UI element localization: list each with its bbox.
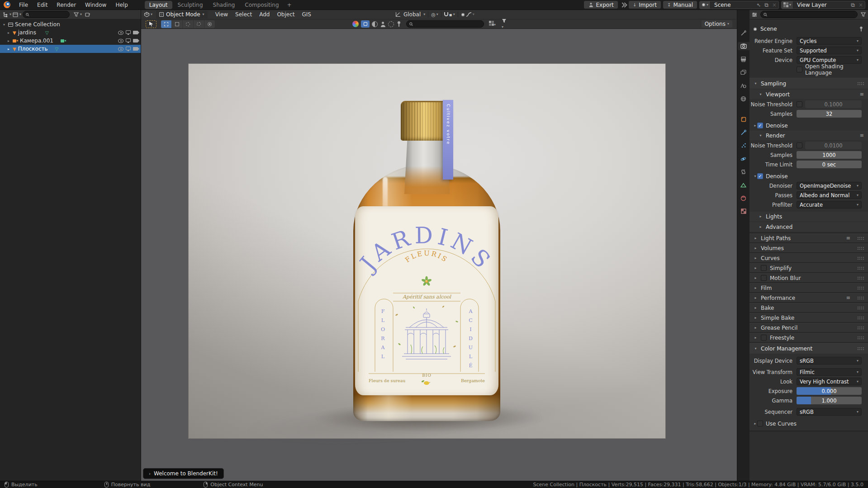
hide-eye-toggle[interactable] [118, 47, 123, 51]
render-denoise-checkbox[interactable] [757, 173, 763, 179]
cursor-3d-tool[interactable] [204, 20, 215, 28]
section-film[interactable]: ▸Film [749, 283, 868, 293]
device-dropdown[interactable]: GPU Compute▾ [797, 56, 862, 64]
disable-render-toggle[interactable] [133, 47, 138, 51]
motion-blur-checkbox[interactable] [761, 275, 767, 281]
tab-material[interactable] [738, 194, 749, 202]
section-freestyle[interactable]: ▸Freestyle [749, 333, 868, 343]
preset-icon[interactable]: ≡ [860, 133, 864, 138]
disable-viewport-toggle[interactable] [126, 30, 131, 34]
section-light-paths[interactable]: ▸Light Paths ≡ [749, 233, 868, 243]
drag-grip-icon[interactable] [857, 256, 864, 260]
expand-icon[interactable]: ▸ [6, 47, 11, 51]
select-lasso-tool[interactable] [194, 20, 204, 28]
outliner-search-input[interactable] [31, 12, 66, 18]
feature-set-dropdown[interactable]: Supported▾ [797, 47, 862, 54]
tab-view-layer[interactable] [738, 68, 749, 76]
tab-render[interactable] [738, 42, 749, 50]
blenderkit-logo-icon[interactable] [352, 21, 359, 27]
tab-particles[interactable] [738, 142, 749, 150]
add-workspace-button[interactable]: + [285, 2, 294, 8]
sequencer-dropdown[interactable]: sRGB▾ [797, 408, 862, 416]
blenderkit-material-category-icon[interactable] [372, 21, 378, 27]
disable-viewport-toggle[interactable] [126, 38, 131, 42]
render-noise-threshold-field[interactable]: 0.0100 [805, 142, 862, 149]
menu-help[interactable]: Help [111, 1, 132, 9]
drag-grip-icon[interactable] [857, 326, 864, 329]
lights-subheader[interactable]: ▸Lights [749, 212, 868, 221]
section-motion-blur[interactable]: ▸Motion Blur [749, 273, 868, 283]
exposure-slider[interactable]: 0.000 [797, 387, 862, 395]
browse-view-layer-button[interactable]: ▾ [782, 1, 793, 9]
drag-grip-icon[interactable] [857, 82, 864, 85]
tab-constraints[interactable] [738, 168, 749, 176]
section-simplify[interactable]: ▸Simplify [749, 263, 868, 273]
prefilter-dropdown[interactable]: Accurate▾ [797, 201, 862, 208]
menu-gis[interactable]: GIS [299, 11, 314, 18]
snap-settings-dropdown[interactable]: ▪▾ [449, 12, 455, 17]
workspace-tab-layout[interactable]: Layout [145, 1, 172, 9]
editor-type-properties-icon[interactable] [752, 12, 757, 17]
section-grease-pencil[interactable]: ▸Grease Pencil [749, 323, 868, 333]
new-view-layer-button[interactable]: ⧉ [849, 2, 857, 8]
menu-file[interactable]: File [15, 1, 32, 9]
section-bake[interactable]: ▸Bake [749, 303, 868, 313]
asset-display-dropdown[interactable]: ▾ [489, 21, 496, 27]
editor-type-3d-viewport-icon[interactable] [144, 12, 150, 17]
menu-render[interactable]: Render [52, 1, 80, 9]
preset-icon[interactable]: ≡ [846, 295, 850, 301]
menu-object[interactable]: Object [274, 11, 298, 18]
view-transform-dropdown[interactable]: Filmic▾ [797, 368, 862, 376]
gamma-slider[interactable]: 1.000 [797, 397, 862, 404]
render-engine-dropdown[interactable]: Cycles▾ [797, 37, 862, 45]
look-dropdown[interactable]: Very High Contrast▾ [797, 378, 862, 385]
tab-physics[interactable] [738, 155, 749, 163]
object-mode-dropdown[interactable]: Object Mode▾ [156, 11, 208, 19]
snap-toggle[interactable] [444, 13, 448, 16]
display-mode-icon[interactable] [13, 12, 18, 17]
manual-button[interactable]: ↧Manual [663, 1, 697, 9]
new-collection-icon[interactable] [85, 12, 90, 17]
sampling-section-header[interactable]: ▾Sampling [749, 78, 868, 89]
active-tool-button[interactable] [146, 20, 157, 28]
disable-viewport-toggle[interactable] [126, 47, 131, 50]
menu-select[interactable]: Select [232, 11, 255, 18]
browse-scene-button[interactable]: ▾ [700, 1, 711, 9]
drag-grip-icon[interactable] [857, 347, 864, 350]
filter-icon[interactable] [74, 12, 79, 17]
tab-modifiers[interactable] [738, 128, 749, 137]
drag-grip-icon[interactable] [857, 237, 864, 240]
blender-logo-icon[interactable] [4, 1, 10, 8]
viewport-noise-threshold-checkbox[interactable] [797, 101, 802, 107]
hide-eye-toggle[interactable] [118, 31, 123, 35]
disable-render-toggle[interactable] [133, 39, 138, 43]
blenderkit-search-input[interactable] [415, 21, 481, 27]
drag-grip-icon[interactable] [857, 296, 864, 299]
select-tweak-tool[interactable] [172, 20, 182, 28]
advanced-subheader[interactable]: ▸Advanced [749, 222, 868, 232]
outliner-search[interactable] [23, 11, 70, 18]
blenderkit-profile-icon[interactable] [380, 21, 386, 27]
drag-grip-icon[interactable] [857, 246, 864, 250]
preset-icon[interactable]: ≡ [860, 91, 864, 97]
sampling-render-subheader[interactable]: ▾Render≡ [749, 131, 868, 140]
display-device-dropdown[interactable]: sRGB▾ [797, 357, 862, 365]
hide-eye-toggle[interactable] [118, 39, 123, 43]
pivot-point-dropdown[interactable]: ◎▾ [431, 12, 438, 18]
section-volumes[interactable]: ▸Volumes [749, 243, 868, 253]
time-limit-field[interactable]: 0 sec [797, 161, 862, 168]
expand-icon[interactable]: ▸ [6, 39, 11, 43]
select-box-tool[interactable] [161, 20, 171, 28]
blenderkit-search[interactable] [406, 20, 484, 28]
menu-view[interactable]: View [212, 11, 231, 18]
properties-search-input[interactable] [769, 12, 854, 18]
drag-grip-icon[interactable] [857, 286, 864, 289]
tab-scene[interactable] [738, 81, 749, 90]
outliner-row-scene-collection[interactable]: ▾ Scene Collection [0, 20, 141, 28]
viewport-noise-threshold-field[interactable]: 0.1000 [805, 100, 862, 108]
tab-object-data[interactable] [738, 181, 749, 189]
outliner-row-camera[interactable]: ▸ Камера.001 [0, 37, 141, 45]
options-dropdown[interactable]: Options▾ [702, 20, 732, 28]
new-scene-button[interactable]: ⧉ [763, 2, 770, 8]
tab-object[interactable] [738, 115, 749, 123]
